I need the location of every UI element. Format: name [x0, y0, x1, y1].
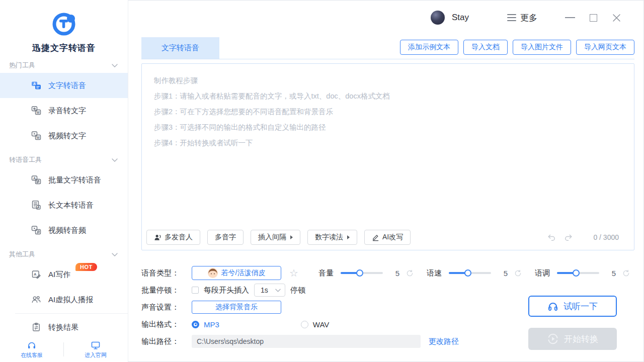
online-service-link[interactable]: 在线客服	[0, 340, 63, 359]
play-circle-icon	[547, 333, 559, 345]
toolbar-button-label: 插入间隔	[258, 233, 286, 242]
sidebar-item-text-to-speech[interactable]: A 文字转语音	[0, 73, 128, 98]
sidebar-item-video-to-audio[interactable]: 视频转音频	[0, 218, 128, 243]
pitch-label: 语调	[535, 268, 550, 278]
placeholder-line: 步骤3：可选择不同的输出的格式和自定义输出的路径	[154, 120, 622, 135]
chevron-down-icon	[275, 289, 281, 292]
pitch-slider[interactable]	[557, 272, 599, 274]
hamburger-icon	[507, 14, 516, 21]
change-path-link[interactable]: 更改路径	[429, 337, 459, 346]
slider-thumb[interactable]	[573, 269, 580, 277]
add-sample-text-button[interactable]: 添加示例文本	[400, 40, 458, 55]
sidebar-item-conversion-results[interactable]: 转换结果	[0, 315, 128, 340]
radio-checked-icon[interactable]	[192, 321, 199, 328]
sidebar: 迅捷文字转语音 热门工具 A 文字转语音 W 录音转文字 W 视频转文字	[0, 0, 128, 362]
sidebar-item-ai-writing[interactable]: A AI写作 HOT	[0, 262, 128, 287]
reset-icon[interactable]	[622, 269, 630, 277]
tab-text-to-speech[interactable]: 文字转语音	[141, 37, 219, 59]
format-option-wav[interactable]: WAV	[301, 320, 330, 329]
sidebar-item-ai-avatar-broadcast[interactable]: AI虚拟人播报	[0, 287, 128, 312]
speed-value: 5	[503, 269, 508, 278]
footer-link-label: 在线客服	[21, 351, 43, 359]
sound-settings-label: 声音设置：	[141, 303, 192, 312]
pitch-slider-group: 语调 5	[535, 268, 630, 278]
toolbar-button-label: 数字读法	[315, 233, 343, 242]
multi-speaker-button[interactable]: 多发音人	[146, 230, 200, 245]
minimize-button[interactable]	[562, 10, 578, 25]
arrow-right-icon	[347, 235, 350, 239]
toolbar-button-label: 多音字	[215, 233, 236, 242]
sidebar-section-other-tools[interactable]: 其他工具	[0, 247, 128, 262]
monitor-icon	[91, 340, 101, 350]
voice-select-button[interactable]: 若兮/活泼俏皮	[192, 266, 281, 280]
results-icon	[31, 322, 41, 332]
output-path-label: 输出路径：	[141, 337, 192, 346]
import-document-button[interactable]: 导入文档	[463, 40, 508, 55]
close-button[interactable]	[609, 10, 624, 25]
import-button-group: 添加示例文本 导入文档 导入图片文件 导入网页文本	[400, 40, 634, 55]
format-option-mp3[interactable]: MP3	[192, 320, 219, 329]
slider-thumb[interactable]	[464, 269, 471, 277]
svg-text:A: A	[37, 206, 40, 209]
number-reading-button[interactable]: 数字读法	[307, 230, 357, 245]
speed-slider[interactable]	[449, 272, 491, 274]
sidebar-item-batch-tts[interactable]: A 批量文字转语音	[0, 167, 128, 193]
import-webpage-text-button[interactable]: 导入网页文本	[576, 40, 634, 55]
volume-slider[interactable]	[341, 272, 383, 274]
ai-rewrite-button[interactable]: AI改写	[364, 230, 411, 245]
settings-panel: 语音类型： 若兮/活泼俏皮 ☆ 音量 5	[141, 264, 634, 362]
video-to-text-icon: W	[31, 131, 41, 141]
pause-checkbox-label[interactable]: 每段开头插入	[204, 286, 249, 295]
reset-icon[interactable]	[514, 269, 522, 277]
sidebar-section-tts-tools[interactable]: 转语音工具	[0, 152, 128, 167]
import-image-file-button[interactable]: 导入图片文件	[513, 40, 571, 55]
slider-thumb[interactable]	[356, 269, 363, 277]
output-format-label: 输出格式：	[141, 320, 192, 329]
favorite-star-icon[interactable]: ☆	[289, 268, 298, 278]
pause-duration-value: 1s	[261, 286, 268, 294]
username[interactable]: Stay	[452, 13, 469, 23]
close-icon	[612, 14, 621, 22]
section-label: 其他工具	[9, 250, 35, 259]
pause-suffix-label: 停顿	[290, 286, 305, 295]
person-icon	[154, 234, 162, 241]
format-option-label[interactable]: MP3	[204, 320, 219, 329]
speed-slider-group: 语速 5	[427, 268, 522, 278]
maximize-icon	[590, 14, 597, 22]
more-menu-button[interactable]: 更多	[507, 12, 537, 24]
section-label: 转语音工具	[9, 155, 42, 164]
footer-link-label: 进入官网	[85, 351, 107, 359]
placeholder-line: 步骤2：可在下方选择您想要的不同语音配置和背景音乐	[154, 104, 622, 120]
format-option-label[interactable]: WAV	[313, 320, 330, 329]
sidebar-item-label: 文字转语音	[48, 81, 86, 90]
sidebar-item-label: 长文本转语音	[48, 201, 94, 210]
reset-icon[interactable]	[406, 269, 414, 277]
pause-checkbox[interactable]	[192, 287, 199, 294]
voice-name: 若兮/活泼俏皮	[221, 268, 266, 278]
placeholder-line: 步骤4：开始转换或者试听一下	[154, 135, 622, 151]
sidebar-item-label: 视频转音频	[48, 226, 86, 235]
select-bgm-button[interactable]: 选择背景音乐	[192, 301, 281, 314]
pause-duration-select[interactable]: 1s	[254, 284, 285, 297]
user-avatar[interactable]	[431, 11, 445, 25]
hot-badge: HOT	[75, 263, 97, 271]
sidebar-item-long-text-tts[interactable]: A 长文本转语音	[0, 193, 128, 218]
titlebar: Stay 更多	[128, 0, 644, 35]
official-site-link[interactable]: 进入官网	[64, 340, 127, 359]
sidebar-item-video-to-text[interactable]: W 视频转文字	[0, 123, 128, 148]
speed-label: 语速	[427, 268, 442, 278]
sidebar-item-audio-to-text[interactable]: W 录音转文字	[0, 98, 128, 123]
svg-text:W: W	[36, 136, 40, 139]
sidebar-section-hot-tools[interactable]: 热门工具	[0, 58, 128, 73]
convert-button[interactable]: 开始转换	[528, 328, 617, 350]
radio-unchecked-icon[interactable]	[301, 321, 308, 328]
preview-button-label: 试听一下	[564, 301, 598, 312]
polyphonic-button[interactable]: 多音字	[207, 230, 244, 245]
preview-button[interactable]: 试听一下	[528, 296, 617, 317]
maximize-button[interactable]	[586, 10, 601, 25]
redo-icon[interactable]	[564, 233, 573, 242]
insert-pause-button[interactable]: 插入间隔	[251, 230, 300, 245]
undo-icon[interactable]	[547, 233, 556, 242]
minimize-icon	[565, 17, 575, 18]
text-input-area[interactable]: 制作教程步骤 步骤1：请输入或者粘贴需要配音的文字，或导入txt、doc、doc…	[141, 63, 634, 250]
